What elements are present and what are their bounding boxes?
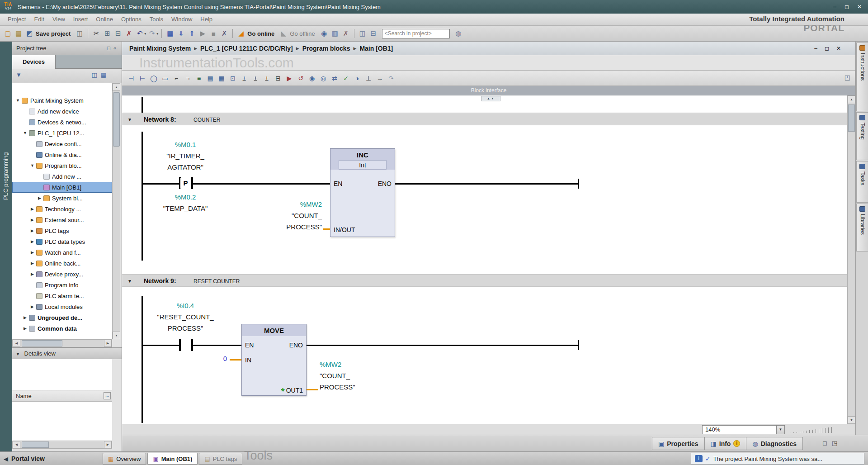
tree-item-device-proxy[interactable]: ▶Device proxy...: [12, 269, 112, 280]
editor-tab-overview[interactable]: ▦Overview: [103, 453, 146, 465]
tab-info[interactable]: ◨Infoi: [704, 437, 747, 450]
breadcrumb-item-program-blocks[interactable]: Program blocks: [302, 45, 350, 52]
expand-arrow-icon[interactable]: ▼: [22, 131, 28, 135]
scrollbar-thumb[interactable]: [22, 441, 49, 448]
tree-item-external-sour[interactable]: ▶External sour...: [12, 214, 112, 225]
positive-edge-letter[interactable]: P: [180, 178, 191, 189]
tree-item-add-new[interactable]: Add new ...: [12, 171, 112, 182]
tree-horizontal-scrollbar[interactable]: ◀ ▶: [12, 339, 112, 347]
editor-maximize-button[interactable]: ◻: [825, 45, 829, 52]
panel-restore-icon[interactable]: ◻: [822, 440, 832, 446]
pin-in[interactable]: IN: [245, 356, 251, 364]
move-instruction-block[interactable]: MOVE EN ENO IN *OUT1: [241, 324, 307, 396]
scroll-down-icon[interactable]: ▼: [848, 416, 855, 424]
print-icon[interactable]: ◫: [75, 28, 85, 38]
scroll-up-icon[interactable]: ▲: [848, 95, 855, 103]
expand-arrow-icon[interactable]: ▶: [37, 196, 42, 200]
free-form-comment-icon[interactable]: ↷: [386, 73, 396, 84]
scroll-left-icon[interactable]: ◀: [13, 441, 20, 448]
pin-out1[interactable]: *OUT1: [281, 386, 303, 397]
status-message[interactable]: i ✓ The project Paint Mixing System was …: [691, 453, 864, 465]
network-collapse-icon[interactable]: ▼: [127, 117, 132, 122]
redo-icon[interactable]: ↷: [147, 28, 157, 38]
edge-memory-operand-label[interactable]: %M0.2 "TEMP_DATA": [131, 191, 240, 214]
column-options-button[interactable]: ...: [104, 392, 111, 399]
tree-item-technology[interactable]: ▶Technology ...: [12, 204, 112, 214]
network-8-header[interactable]: ▼ Network 8: COUNTER: [122, 113, 847, 125]
in-constant-value[interactable]: 0: [212, 355, 227, 362]
panel-expand-icon[interactable]: ◳: [832, 440, 842, 446]
scroll-up-icon[interactable]: ▲: [113, 83, 120, 91]
tab-devices[interactable]: Devices: [12, 55, 56, 69]
scroll-left-icon[interactable]: ◀: [13, 340, 20, 347]
paste-icon[interactable]: ⊟: [113, 28, 123, 38]
scrollbar-thumb[interactable]: [113, 92, 120, 147]
tree-item-common-data[interactable]: ▶Common data: [12, 323, 112, 334]
snapshot-icon[interactable]: ◉: [307, 73, 317, 84]
insert-contact-icon[interactable]: ⊣: [126, 73, 137, 84]
insert-coil-icon[interactable]: ◯: [148, 73, 159, 84]
tree-item-online-dia[interactable]: Online & dia...: [12, 149, 112, 160]
cross-references-icon[interactable]: ✗: [219, 28, 229, 38]
side-tab-instructions[interactable]: Instructions: [856, 43, 868, 111]
insert-column-icon[interactable]: ▦: [216, 73, 227, 84]
inout-operand-label[interactable]: %MW2 "COUNT_ PROCESS": [235, 199, 322, 232]
panel-collapse-icon[interactable]: «: [113, 45, 119, 51]
tree-item-plc-data-types[interactable]: ▶PLC data types: [12, 236, 112, 247]
expand-arrow-icon[interactable]: ▶: [29, 304, 35, 309]
scroll-right-icon[interactable]: ▶: [104, 340, 112, 347]
expand-arrow-icon[interactable]: ▶: [22, 315, 28, 320]
menu-tools[interactable]: Tools: [146, 14, 167, 25]
collapse-network-icon[interactable]: ±: [250, 73, 261, 84]
split-editor-horizontal-icon[interactable]: ◫: [358, 28, 368, 38]
scroll-right-icon[interactable]: ▶: [104, 441, 112, 448]
tab-diagnostics[interactable]: ◍Diagnostics: [746, 437, 803, 450]
scrollbar-thumb[interactable]: [848, 104, 855, 132]
save-project-button-label[interactable]: Save project: [36, 30, 71, 37]
out-operand-label[interactable]: %MW2 "COUNT_ PROCESS": [320, 359, 428, 393]
block-interface-bar[interactable]: Block interface: [122, 86, 855, 95]
expand-all-icon[interactable]: ±: [261, 73, 272, 84]
tree-item-plc-alarm-te[interactable]: PLC alarm te...: [12, 290, 112, 301]
contact-bar[interactable]: [179, 339, 181, 351]
undo-icon-arrow[interactable]: ▾: [144, 32, 146, 36]
window-maximize-button[interactable]: ◻: [844, 4, 849, 10]
tree-item-plc-tags[interactable]: ▶PLC tags: [12, 225, 112, 236]
insert-network-icon[interactable]: ≡: [193, 73, 204, 84]
editor-minimize-button[interactable]: –: [814, 45, 817, 52]
window-close-button[interactable]: ✕: [857, 4, 862, 10]
expand-arrow-icon[interactable]: ▶: [29, 261, 35, 266]
accessible-devices-icon[interactable]: ◉: [319, 28, 329, 38]
stop-runtime-icon[interactable]: ✗: [341, 28, 351, 38]
tree-item-online-back[interactable]: ▶Online back...: [12, 258, 112, 269]
expand-arrow-icon[interactable]: ▶: [22, 326, 28, 331]
network-collapse-icon[interactable]: ▼: [127, 279, 132, 284]
tree-item-main-ob1[interactable]: Main [OB1]: [12, 182, 112, 193]
tree-details-view-icon[interactable]: ◫: [91, 71, 100, 78]
comment-icon[interactable]: ⊡: [227, 73, 238, 84]
pin-eno[interactable]: ENO: [289, 342, 303, 349]
menu-options[interactable]: Options: [117, 14, 146, 25]
start-simulation-icon[interactable]: ▥: [330, 28, 340, 38]
split-editor-vertical-icon[interactable]: ⊟: [368, 28, 378, 38]
compile-icon[interactable]: ▦: [165, 28, 175, 38]
details-horizontal-scrollbar[interactable]: ◀ ▶: [12, 441, 112, 449]
upload-from-device-icon[interactable]: ⇑: [187, 28, 197, 38]
copy-icon[interactable]: ⊞: [102, 28, 112, 38]
load-snapshot-icon[interactable]: ◎: [318, 73, 329, 84]
side-tab-tasks[interactable]: Tasks: [856, 161, 868, 203]
tree-item-device-confi[interactable]: Device confi...: [12, 138, 112, 149]
delete-icon[interactable]: ✗: [124, 28, 134, 38]
copy-values-icon[interactable]: ⇄: [329, 73, 340, 84]
go-online-button-label[interactable]: Go online: [247, 30, 274, 37]
go-offline-button[interactable]: ◣: [278, 28, 288, 38]
expand-arrow-icon[interactable]: ▶: [29, 228, 35, 233]
contact-operand-label[interactable]: %I0.4 "RESET_COUNT_ PROCESS": [131, 300, 240, 334]
expand-arrow-icon[interactable]: ▶: [29, 218, 35, 222]
menu-insert[interactable]: Insert: [69, 14, 92, 25]
details-name-column-header[interactable]: Name ...: [12, 390, 112, 402]
expand-arrow-icon[interactable]: ▶: [29, 272, 35, 276]
expand-arrow-icon[interactable]: ▶: [29, 207, 35, 211]
side-tab-testing[interactable]: Testing: [856, 112, 868, 160]
contact-operand-label[interactable]: %M0.1 "IR_TIMER_ AGITATOR": [131, 139, 240, 173]
